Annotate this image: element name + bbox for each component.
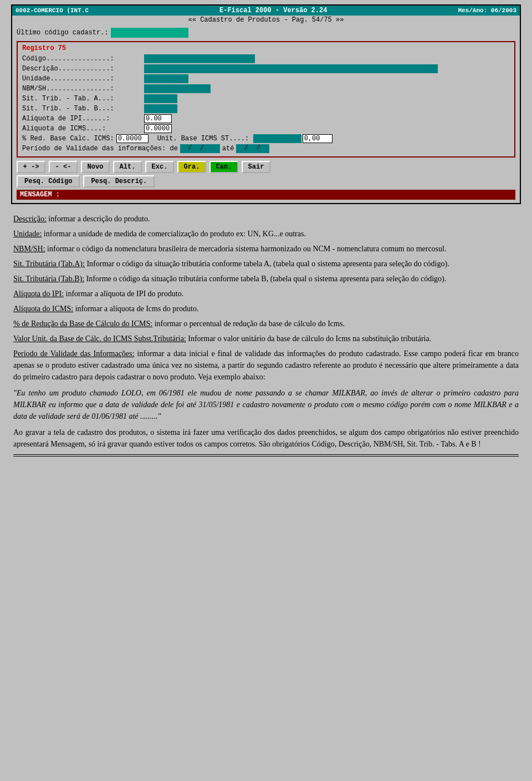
value-ipi[interactable]: 0.00	[144, 114, 172, 123]
doc-divider	[13, 454, 519, 455]
field-row-sittab-b: Sit. Trib. - Tab. B...:	[22, 104, 510, 113]
doc-closing: Ao gravar a tela de cadastro dos produto…	[13, 427, 519, 450]
btn-nav-forward[interactable]: + ->	[17, 161, 45, 173]
btn-sair[interactable]: Sair	[242, 161, 270, 173]
input-sittab-b[interactable]	[144, 104, 177, 113]
doc-italic-example: "Eu tenho um produto chamado LOLO, em 06…	[13, 387, 519, 422]
doc-divider-2	[13, 456, 519, 457]
label-icms: Alíquota de ICMS....:	[22, 125, 144, 133]
doc-nbmsh: NBM/SH: informar o código da nomenclatur…	[13, 243, 519, 255]
doc-label-sitA: Sit. Tributária (Tab.A):	[13, 260, 85, 268]
input-descricao[interactable]	[144, 64, 438, 73]
label-red: % Red. Base Calc. ICMS:	[22, 135, 114, 143]
last-code-value	[111, 28, 188, 38]
doc-descricao: Descrição: informar a descrição do produ…	[13, 213, 519, 225]
field-row-sittab-a: Sit. Trib. - Tab. A...:	[22, 94, 510, 103]
doc-label-ipi: Alíquota do IPI:	[13, 290, 64, 298]
btn-novo[interactable]: Novo	[81, 161, 110, 173]
doc-sitB: Sit. Tributária (Tab.B): Informe o códig…	[13, 273, 519, 285]
message-text: MENSAGEM :	[20, 191, 60, 199]
field-row-red: % Red. Base Calc. ICMS: 0.0000 Unit. Bas…	[22, 134, 510, 143]
doc-label-icms: Alíquota do ICMS:	[13, 305, 73, 313]
subtitle-text: «« Cadastro de Produtos - Pag. 54/75 »»	[188, 16, 344, 24]
doc-text-ipi: informar a alíquota de IPI do produto.	[66, 290, 184, 298]
doc-italic-text: "Eu tenho um produto chamado LOLO, em 06…	[13, 389, 519, 420]
doc-text-sitB: Informe o código da situação tributária …	[86, 275, 447, 283]
register-box: Registro 75 Código................: Desc…	[17, 41, 515, 158]
doc-label-sitB: Sit. Tributária (Tab.B):	[13, 275, 84, 283]
search-row: Pesq. Código Pesq. Descriç.	[17, 175, 515, 187]
value-unitbase[interactable]: 0,00	[303, 134, 332, 143]
doc-closing-text: Ao gravar a tela de cadastro dos produto…	[13, 428, 519, 448]
label-nbmsh: NBM/SH................:	[22, 85, 144, 93]
doc-text-unidade: informar a unidade de medida de comercia…	[44, 230, 306, 238]
label-period: Período de Validade das informações: de	[22, 145, 178, 153]
doc-section: Descrição: informar a descrição do produ…	[11, 213, 521, 457]
doc-label-periodo: Período de Validade das Informações:	[13, 349, 134, 358]
field-row-icms: Alíquota de ICMS....: 0.0000	[22, 124, 510, 133]
input-codigo[interactable]	[144, 54, 255, 63]
app-window: 0002-COMERCIO (INT.C E-Fiscal 2000 - Ver…	[11, 4, 521, 204]
field-row-descricao: Descrição.............:	[22, 64, 510, 73]
doc-text-red: informar o percentual de redução da base…	[155, 320, 345, 328]
label-unitbase: Unit. Base ICMS ST....:	[157, 135, 249, 143]
btn-nav-back[interactable]: - <-	[49, 161, 78, 173]
doc-label-descricao: Descrição:	[13, 215, 47, 223]
title-right: Mes/Ano: 06/2003	[458, 7, 516, 14]
doc-sitA: Sit. Tributária (Tab.A): Informar o códi…	[13, 258, 519, 270]
doc-icms: Alíquota do ICMS: informar a alíquota de…	[13, 303, 519, 315]
btn-pesq-codigo[interactable]: Pesq. Código	[17, 175, 80, 187]
doc-text-icms: informar a alíquota de Icms do produto.	[75, 305, 199, 313]
label-ate: até	[222, 145, 234, 153]
doc-label-valor: Valor Unit. da Base de Cálc. do ICMS Sub…	[13, 334, 186, 343]
btn-can[interactable]: Can.	[209, 161, 238, 173]
input-unitbase-bg	[253, 134, 301, 143]
field-row-ipi: Alíquota de IPI......: 0.00	[22, 114, 510, 123]
input-sittab-a[interactable]	[144, 94, 177, 103]
doc-periodo: Período de Validade das Informações: inf…	[13, 348, 519, 383]
doc-unidade: Unidade: informar a unidade de medida de…	[13, 228, 519, 240]
last-code-label: Último código cadastr.:	[17, 29, 109, 37]
input-nbmsh[interactable]	[144, 84, 211, 93]
label-unidade: Unidade...............:	[22, 75, 144, 83]
subtitle-bar: «« Cadastro de Produtos - Pag. 54/75 »»	[12, 16, 520, 24]
register-title: Registro 75	[22, 44, 510, 52]
doc-label-nbmsh: NBM/SH:	[13, 245, 45, 253]
btn-pesq-descric[interactable]: Pesq. Descriç.	[83, 175, 155, 187]
label-sittab-b: Sit. Trib. - Tab. B...:	[22, 105, 144, 113]
doc-text-sitA: Informar o código da situação tributária…	[86, 260, 449, 268]
main-content: Último código cadastr.: Registro 75 Códi…	[12, 24, 520, 203]
label-codigo: Código................:	[22, 55, 144, 63]
input-unidade[interactable]	[144, 74, 188, 83]
doc-text-descricao: informar a descrição do produto.	[48, 215, 150, 223]
btn-alt[interactable]: Alt.	[113, 161, 142, 173]
title-bar: 0002-COMERCIO (INT.C E-Fiscal 2000 - Ver…	[12, 6, 520, 16]
value-red[interactable]: 0.0000	[116, 134, 149, 143]
last-code-row: Último código cadastr.:	[17, 28, 515, 38]
field-row-nbmsh: NBM/SH................:	[22, 84, 510, 93]
input-date-to[interactable]: / /	[236, 144, 269, 153]
doc-ipi: Alíquota do IPI: informar a alíquota de …	[13, 288, 519, 300]
btn-exc[interactable]: Exc.	[145, 161, 174, 173]
label-ipi: Alíquota de IPI......:	[22, 115, 144, 123]
doc-label-unidade: Unidade:	[13, 230, 42, 238]
field-row-codigo: Código................:	[22, 54, 510, 63]
input-date-from[interactable]: / /	[180, 144, 220, 153]
field-row-period: Período de Validade das informações: de …	[22, 144, 510, 153]
title-left: 0002-COMERCIO (INT.C	[16, 7, 89, 14]
label-sittab-a: Sit. Trib. - Tab. A...:	[22, 95, 144, 103]
message-bar: MENSAGEM :	[17, 190, 515, 200]
label-descricao: Descrição.............:	[22, 65, 144, 73]
value-icms[interactable]: 0.0000	[144, 124, 172, 133]
title-center: E-Fiscal 2000 - Versão 2.24	[89, 7, 458, 14]
doc-text-nbmsh: informar o código da nomenclatura brasil…	[47, 245, 446, 253]
doc-red: % de Redução da Base de Cálculo do ICMS:…	[13, 318, 519, 329]
doc-valor: Valor Unit. da Base de Cálc. do ICMS Sub…	[13, 333, 519, 344]
field-row-unidade: Unidade...............:	[22, 74, 510, 83]
btn-gra[interactable]: Gra.	[177, 161, 206, 173]
doc-text-valor: Informar o valor unitário da base de cál…	[188, 334, 431, 343]
doc-label-red: % de Redução da Base de Cálculo do ICMS:	[13, 320, 152, 328]
buttons-row: + -> - <- Novo Alt. Exc. Gra. Can. Sair	[17, 161, 515, 173]
